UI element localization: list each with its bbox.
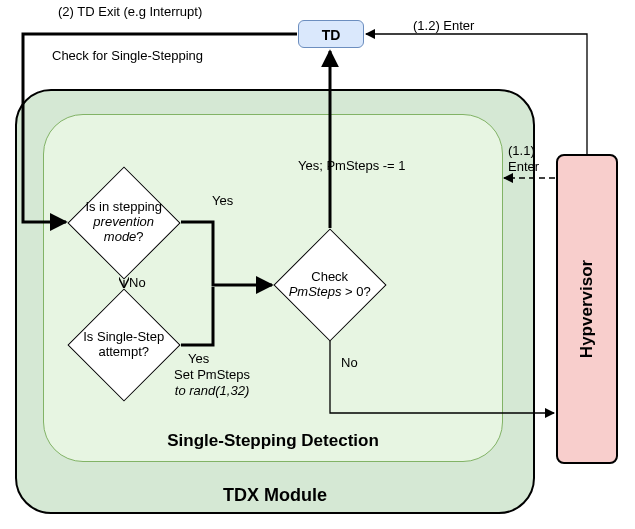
tdx-module-label: TDX Module — [17, 485, 533, 506]
d1-line1: Is in stepping — [86, 200, 163, 215]
single-stepping-detection-container: Single-Stepping Detection — [43, 114, 503, 462]
label-attempt-yes: Yes — [188, 351, 209, 367]
td-label: TD — [322, 27, 341, 43]
label-prev-no: No — [129, 275, 146, 291]
d2-line1: Is Single-Step — [84, 329, 165, 344]
label-check-ss: Check for Single-Stepping — [52, 48, 203, 64]
td-node: TD — [298, 20, 364, 48]
d1-suffix: ? — [137, 229, 144, 244]
label-attempt-yes-sub: Set PmSteps to rand(1,32) — [157, 367, 267, 398]
hypervisor-node: Hypvervisor — [556, 154, 618, 464]
diagram-canvas: TDX Module Single-Stepping Detection TD … — [0, 0, 635, 529]
label-11-enter: (1.1) Enter — [508, 143, 554, 174]
hypervisor-label: Hypvervisor — [577, 260, 597, 358]
d1-line3: mode — [104, 229, 137, 244]
d3-line3: > 0? — [345, 284, 371, 299]
ssd-label: Single-Stepping Detection — [44, 431, 502, 451]
d2-line2: attempt? — [99, 344, 150, 359]
label-pmsteps-yes: Yes; PmSteps -= 1 — [298, 158, 406, 174]
label-pmsteps-no: No — [341, 355, 358, 371]
label-prev-yes: Yes — [212, 193, 233, 209]
d3-line1: Check — [312, 269, 349, 284]
label-td-exit: (2) TD Exit (e.g Interrupt) — [58, 4, 202, 20]
label-12-enter: (1.2) Enter — [413, 18, 474, 34]
d3-line2: PmSteps — [289, 284, 342, 299]
d1-line2: prevention — [94, 215, 155, 230]
